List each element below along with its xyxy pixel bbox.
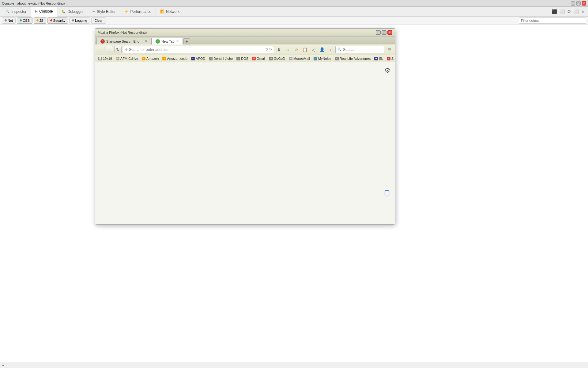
tab-inspector-label: Inspector bbox=[11, 10, 26, 14]
browser-tab-startpage[interactable]: S Startpage Search Engine ✕ bbox=[96, 38, 152, 44]
dock-icon[interactable]: ⬛ bbox=[552, 9, 557, 14]
bookmark-afm[interactable]: 📁 AFM Cdrive bbox=[115, 56, 139, 61]
browser-minimize-button[interactable]: _ bbox=[376, 30, 381, 35]
filter-logging-button[interactable]: Logging bbox=[69, 17, 90, 24]
bookmark-sl-favicon: SL bbox=[374, 57, 378, 60]
status-arrow-icon[interactable]: » bbox=[2, 363, 4, 367]
bookmark-denshi[interactable]: D Denshi Jisho bbox=[208, 56, 234, 61]
tab-debugger-label: Debugger bbox=[67, 10, 84, 14]
startpage-favicon: S bbox=[100, 39, 105, 44]
forward-button[interactable]: → bbox=[106, 46, 113, 53]
filter-security-button[interactable]: Security bbox=[47, 17, 68, 24]
bookmark-amazon-label: Amazon bbox=[146, 57, 159, 60]
bookmark-mynoise[interactable]: ♪ MyNoise bbox=[312, 56, 333, 61]
home-icon[interactable]: ⌂ bbox=[284, 46, 291, 53]
filter-logging-label: Logging bbox=[75, 19, 87, 22]
devtools-title: Console - about:newtab (Not Responding) bbox=[2, 2, 571, 5]
browser-title-buttons: _ □ ✕ bbox=[376, 30, 392, 35]
minimize-button[interactable]: _ bbox=[571, 1, 575, 6]
startpage-tab-close[interactable]: ✕ bbox=[145, 39, 148, 43]
tab-console[interactable]: ▶ Console bbox=[31, 7, 57, 17]
inspector-icon: 🔍 bbox=[6, 10, 10, 13]
reload-icon[interactable]: ↻ bbox=[269, 48, 272, 52]
bookmark-gmail-favicon: G bbox=[252, 57, 256, 60]
close-devtools-icon[interactable]: ✕ bbox=[581, 9, 585, 14]
newtab-tab-close[interactable]: ✕ bbox=[176, 39, 179, 43]
filter-js-label: JS bbox=[40, 19, 43, 22]
filter-js-button[interactable]: JS bbox=[34, 17, 46, 24]
bookmark-amazon-jp[interactable]: A Amazon.co.jp bbox=[161, 56, 189, 61]
new-tab-button[interactable]: + bbox=[183, 38, 190, 44]
bookmark-dgs-favicon: D bbox=[236, 57, 240, 60]
bookmark-dgs[interactable]: D DGS bbox=[235, 56, 250, 61]
bookmark-gogod[interactable]: G GoGoD bbox=[268, 56, 286, 61]
browser-maximize-button[interactable]: □ bbox=[382, 30, 386, 35]
devtools-right-icons: ⬛ ⬜ ⚙ ⬜ ✕ bbox=[552, 9, 587, 14]
search-input[interactable] bbox=[343, 48, 389, 52]
tab-inspector[interactable]: 🔍 Inspector bbox=[1, 7, 31, 17]
js-dot bbox=[36, 19, 39, 21]
bookmark-apod-favicon: 🌌 bbox=[191, 57, 195, 60]
bookmark-amazon-jp-favicon: A bbox=[162, 57, 166, 60]
browser-settings-icon[interactable]: ⚙ bbox=[384, 67, 390, 75]
filter-net-label: Net bbox=[8, 19, 13, 22]
bookmark-dgs-label: DGS bbox=[241, 57, 248, 60]
url-input[interactable] bbox=[129, 48, 264, 52]
tab-performance[interactable]: ⚡ Performance bbox=[120, 7, 156, 17]
bookmark-gmail[interactable]: G Gmail bbox=[251, 56, 267, 61]
bookmark-rla[interactable]: R Real Life Adventures bbox=[334, 56, 372, 61]
settings-icon[interactable]: ⚙ bbox=[567, 9, 571, 14]
tab-network[interactable]: 📶 Network bbox=[156, 7, 184, 17]
console-arrow-icon: ▶ bbox=[35, 10, 38, 13]
url-dropdown-icon[interactable]: ▽ bbox=[266, 48, 268, 52]
bookmark-moneo-favicon: M bbox=[289, 57, 292, 60]
split-icon[interactable]: ⬜ bbox=[560, 9, 565, 14]
bookmark-apod[interactable]: 🌌 APOD bbox=[190, 56, 206, 61]
bookmark-moneo[interactable]: M MoneoMail bbox=[288, 56, 311, 61]
bookmark-gogod-label: GoGoD bbox=[274, 57, 285, 60]
url-bar: ⊙ ▽ ↻ bbox=[123, 46, 274, 53]
tab-console-label: Console bbox=[39, 9, 53, 13]
browser-close-button[interactable]: ✕ bbox=[387, 30, 392, 35]
bookmark-denshi-label: Denshi Jisho bbox=[213, 57, 233, 60]
clipboard-icon[interactable]: 📋 bbox=[301, 46, 308, 53]
location-icon: ⊙ bbox=[125, 48, 128, 52]
devtools-title-bar: Console - about:newtab (Not Responding) … bbox=[0, 0, 588, 7]
style-editor-icon: ✏ bbox=[92, 10, 95, 13]
bookmark-smugmug-favicon: S bbox=[387, 57, 390, 60]
tab-style-editor[interactable]: ✏ Style Editor bbox=[88, 7, 120, 17]
filter-css-button[interactable]: CSS bbox=[17, 17, 32, 24]
bookmark-gogod-favicon: G bbox=[269, 57, 273, 60]
browser-title: Mozilla Firefox (Not Responding) bbox=[98, 31, 376, 34]
account-icon[interactable]: 👤 bbox=[318, 46, 326, 53]
bookmark-star-icon[interactable]: ☆ bbox=[292, 46, 300, 53]
newtab-favicon: N bbox=[156, 39, 160, 44]
close-button[interactable]: ✕ bbox=[582, 1, 586, 6]
maximize-button[interactable]: □ bbox=[576, 1, 581, 6]
bookmark-amazon[interactable]: A Amazon bbox=[141, 56, 160, 61]
filter-security-label: Security bbox=[53, 19, 66, 22]
menu-icon[interactable]: ☰ bbox=[386, 46, 393, 53]
clear-button[interactable]: Clear bbox=[91, 17, 106, 24]
bookmark-sl[interactable]: SL SL bbox=[373, 56, 384, 61]
net-dot bbox=[5, 19, 7, 21]
sync-icon[interactable]: ↕ bbox=[327, 46, 334, 53]
status-bar: » bbox=[0, 362, 588, 368]
bookmark-smugmug[interactable]: S Smugmug bbox=[386, 56, 395, 61]
bookmark-19x19-label: 19x19 bbox=[103, 57, 112, 60]
title-bar-buttons: _ □ ✕ bbox=[571, 1, 586, 6]
window-icon[interactable]: ⬜ bbox=[574, 9, 579, 14]
back2-icon[interactable]: ◁ bbox=[310, 46, 317, 53]
bookmark-19x19[interactable]: 📄 19x19 bbox=[97, 56, 113, 61]
search-bar: 🔍 bbox=[335, 46, 384, 53]
download-icon[interactable]: ⬇ bbox=[275, 46, 283, 53]
bookmark-denshi-favicon: D bbox=[209, 57, 213, 60]
filter-output-input[interactable] bbox=[519, 17, 586, 24]
bookmark-amazon-jp-label: Amazon.co.jp bbox=[167, 57, 187, 60]
refresh-button[interactable]: ↻ bbox=[114, 46, 122, 53]
browser-tab-bar: S Startpage Search Engine ✕ N New Tab ✕ … bbox=[95, 36, 395, 44]
tab-debugger[interactable]: 🐛 Debugger bbox=[57, 7, 88, 17]
filter-net-button[interactable]: Net bbox=[2, 17, 16, 24]
browser-tab-newtab[interactable]: N New Tab ✕ bbox=[152, 38, 183, 44]
back-button[interactable]: ← bbox=[97, 46, 104, 53]
